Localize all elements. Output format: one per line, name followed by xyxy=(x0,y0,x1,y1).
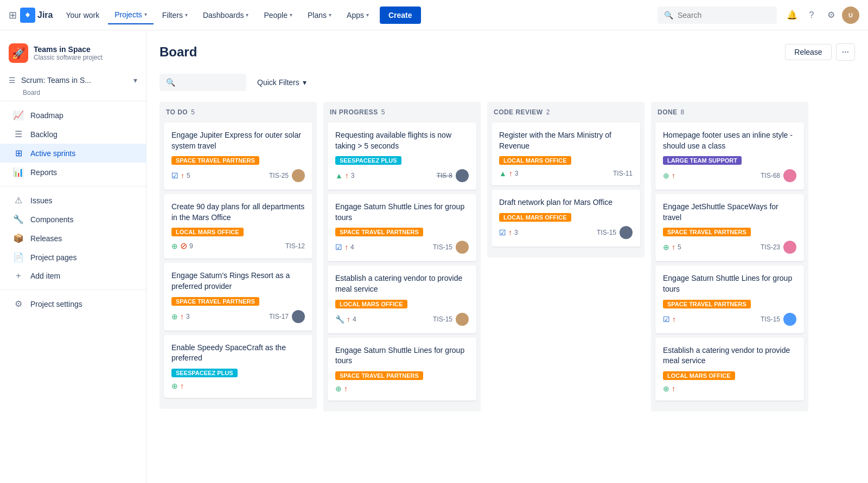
card-todo-4[interactable]: Enable Speedy SpaceCraft as the preferre… xyxy=(164,335,312,398)
sidebar-item-label-backlog: Backlog xyxy=(30,130,58,139)
sidebar-board-selector[interactable]: ☰ Scrum: Teams in S... ▾ xyxy=(0,72,146,89)
card-footer: ▲ ↑ 3 TIS-8 xyxy=(335,169,469,182)
sidebar-item-releases[interactable]: 📦 Releases xyxy=(0,229,146,248)
board-search-icon: 🔍 xyxy=(166,78,175,87)
card-avatar xyxy=(456,169,469,182)
card-tag: SPACE TRAVEL PARTNERS xyxy=(663,228,751,236)
board-search-box[interactable]: 🔍 xyxy=(159,74,246,91)
column-done-count: 8 xyxy=(681,108,685,116)
card-tag: LOCAL MARS OFFICE xyxy=(499,156,571,165)
help-button[interactable]: ? xyxy=(803,7,820,24)
priority-icon: ↑ xyxy=(181,171,184,180)
column-todo-count: 5 xyxy=(191,108,195,116)
sidebar-item-backlog[interactable]: ☰ Backlog xyxy=(0,125,146,144)
nav-filters[interactable]: Filters ▾ xyxy=(156,7,194,24)
card-id: TIS-23 xyxy=(761,243,780,251)
story-icon: ⊕ xyxy=(171,382,178,390)
sidebar-item-issues[interactable]: ⚠ Issues xyxy=(0,191,146,210)
card-footer: ⊕ ↑ xyxy=(663,384,796,393)
release-button[interactable]: Release xyxy=(785,44,831,60)
card-id: TIS-12 xyxy=(285,242,305,250)
nav-projects[interactable]: Projects ▾ xyxy=(108,6,154,24)
search-input[interactable] xyxy=(678,11,770,20)
search-box[interactable]: 🔍 xyxy=(658,7,777,24)
app-layout: 🚀 Teams in Space Classic software projec… xyxy=(0,30,868,483)
sidebar-item-reports[interactable]: 📊 Reports xyxy=(0,163,146,182)
card-avatar xyxy=(456,241,469,254)
sidebar-project[interactable]: 🚀 Teams in Space Classic software projec… xyxy=(0,39,146,67)
card-avatar xyxy=(292,310,305,323)
card-id: TIS-68 xyxy=(761,172,780,179)
more-options-button[interactable]: ··· xyxy=(836,43,855,61)
card-id: TIS-15 xyxy=(433,315,452,323)
card-title: Enable Speedy SpaceCraft as the preferre… xyxy=(171,343,305,364)
quick-filters-button[interactable]: Quick Filters ▾ xyxy=(251,75,313,90)
card-footer: ⊕ ⊘ 9 TIS-12 xyxy=(171,241,305,251)
card-avatar xyxy=(292,169,305,182)
card-id: TIS-15 xyxy=(761,315,780,323)
card-tag: LARGE TEAM SUPPORT xyxy=(663,156,742,165)
card-done-4[interactable]: Establish a catering vendor to provide m… xyxy=(655,338,804,401)
card-id: TIS-25 xyxy=(269,172,289,179)
card-codereview-2[interactable]: Draft network plan for Mars Office LOCAL… xyxy=(492,190,640,247)
jira-logo[interactable]: Jira xyxy=(20,8,53,23)
card-count: 3 xyxy=(351,172,355,179)
card-footer: ⊕ ↑ TIS-68 xyxy=(663,169,796,182)
card-done-2[interactable]: Engage JetShuttle SpaceWays for travel S… xyxy=(655,194,804,261)
nav-plans[interactable]: Plans ▾ xyxy=(301,7,338,24)
project-type: Classic software project xyxy=(34,54,137,61)
sidebar-item-project-pages[interactable]: 📄 Project pages xyxy=(0,248,146,267)
card-footer: ☑ ↑ 4 TIS-15 xyxy=(335,241,469,254)
user-avatar[interactable]: U xyxy=(842,7,859,24)
board-search-input[interactable] xyxy=(178,78,240,87)
settings-button[interactable]: ⚙ xyxy=(822,7,840,24)
card-done-1[interactable]: Homepage footer uses an inline style - s… xyxy=(655,123,804,190)
sidebar-item-project-settings[interactable]: ⚙ Project settings xyxy=(0,294,146,313)
card-inprogress-3[interactable]: Establish a catering vendor to provide m… xyxy=(328,266,476,333)
column-done: DONE 8 Homepage footer uses an inline st… xyxy=(651,102,808,411)
sidebar-item-add-item[interactable]: + Add item xyxy=(0,267,146,285)
card-todo-2[interactable]: Create 90 day plans for all departments … xyxy=(164,194,312,259)
story-icon: ⊕ xyxy=(171,242,178,250)
column-codereview-header: CODE REVIEW 2 xyxy=(492,108,640,116)
sidebar-item-active-sprints[interactable]: ⊞ Active sprints xyxy=(0,144,146,163)
card-title: Engage Saturn's Rings Resort as a prefer… xyxy=(171,271,305,292)
project-pages-icon: 📄 xyxy=(13,252,24,262)
nav-dashboards[interactable]: Dashboards ▾ xyxy=(196,7,256,24)
sidebar-item-roadmap[interactable]: 📈 Roadmap xyxy=(0,106,146,125)
active-sprints-icon: ⊞ xyxy=(13,148,24,158)
card-inprogress-1[interactable]: Requesting available flights is now taki… xyxy=(328,123,476,190)
story-icon: ☑ xyxy=(499,228,506,237)
card-avatar xyxy=(620,226,633,239)
card-title: Establish a catering vendor to provide m… xyxy=(663,345,796,366)
nav-people[interactable]: People ▾ xyxy=(257,7,299,24)
card-todo-3[interactable]: Engage Saturn's Rings Resort as a prefer… xyxy=(164,263,312,330)
column-todo: TO DO 5 Engage Jupiter Express for outer… xyxy=(159,102,317,409)
grid-icon[interactable]: ⊞ xyxy=(9,9,17,21)
sidebar-item-components[interactable]: 🔧 Components xyxy=(0,210,146,229)
card-tag: SEESPACEEZ PLUS xyxy=(335,156,401,165)
nav-apps[interactable]: Apps ▾ xyxy=(340,7,375,24)
card-inprogress-4[interactable]: Engage Saturn Shuttle Lines for group to… xyxy=(328,338,476,401)
card-codereview-1[interactable]: Register with the Mars Ministry of Reven… xyxy=(492,123,640,185)
card-inprogress-2[interactable]: Engage Saturn Shuttle Lines for group to… xyxy=(328,194,476,261)
story-icon: ⊕ xyxy=(663,171,669,180)
priority-icon: ↑ xyxy=(509,169,513,178)
card-todo-1[interactable]: Engage Jupiter Express for outer solar s… xyxy=(164,123,312,190)
priority-icon: ↑ xyxy=(672,171,675,180)
notifications-button[interactable]: 🔔 xyxy=(783,7,801,24)
column-codereview-count: 2 xyxy=(546,108,550,116)
board-header: Board Release ··· xyxy=(159,43,855,61)
jira-logo-icon xyxy=(20,8,35,23)
card-title: Engage Saturn Shuttle Lines for group to… xyxy=(335,202,469,223)
card-title: Draft network plan for Mars Office xyxy=(499,197,633,208)
priority-icon: ↑ xyxy=(180,382,184,390)
card-avatar xyxy=(783,313,796,326)
card-footer: ☑ ↑ TIS-15 xyxy=(663,313,796,326)
create-button[interactable]: Create xyxy=(380,7,421,24)
card-title: Register with the Mars Ministry of Reven… xyxy=(499,130,633,151)
nav-your-work[interactable]: Your work xyxy=(59,7,106,24)
card-avatar xyxy=(456,313,469,326)
card-done-3[interactable]: Engage Saturn Shuttle Lines for group to… xyxy=(655,266,804,333)
priority-icon: ↑ xyxy=(672,243,675,252)
